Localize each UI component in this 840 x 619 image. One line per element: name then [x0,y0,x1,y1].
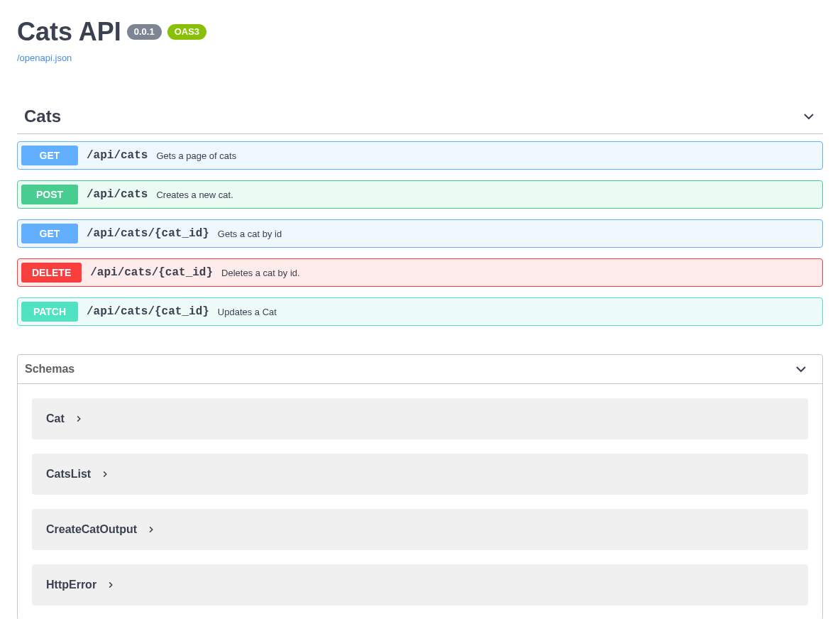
schemas-header[interactable]: Schemas [18,355,822,384]
schema-item[interactable]: HttpError [32,564,808,606]
operation-path: /api/cats [87,149,148,162]
operation-path: /api/cats/{cat_id} [87,305,209,318]
chevron-down-icon [794,362,808,376]
schemas-title: Schemas [25,363,74,376]
spec-link[interactable]: /openapi.json [17,53,72,63]
chevron-down-icon [802,109,816,124]
operation-row[interactable]: PATCH/api/cats/{cat_id}Updates a Cat [17,297,823,326]
api-title: Cats API [17,17,121,47]
http-method-badge: GET [21,224,78,243]
http-method-badge: DELETE [21,263,82,283]
schemas-section: Schemas CatCatsListCreateCatOutputHttpEr… [17,354,823,619]
operation-summary: Creates a new cat. [156,190,233,200]
schema-name: HttpError [46,579,96,591]
http-method-badge: PATCH [21,302,78,322]
operation-row[interactable]: GET/api/cats/{cat_id}Gets a cat by id [17,219,823,248]
operation-summary: Gets a cat by id [218,229,282,239]
operation-row[interactable]: DELETE/api/cats/{cat_id}Deletes a cat by… [17,258,823,287]
operation-path: /api/cats/{cat_id} [87,227,209,240]
schema-item[interactable]: CatsList [32,454,808,495]
tag-name: Cats [24,106,61,126]
version-badge: 0.0.1 [127,24,162,40]
chevron-right-icon [74,415,83,423]
schemas-list: CatCatsListCreateCatOutputHttpError [18,384,822,619]
operation-summary: Updates a Cat [218,307,277,317]
http-method-badge: GET [21,146,78,165]
operation-summary: Deletes a cat by id. [221,268,300,278]
schema-name: CatsList [46,468,91,481]
schema-item[interactable]: CreateCatOutput [32,509,808,550]
operation-row[interactable]: POST/api/catsCreates a new cat. [17,180,823,209]
operations-list: GET/api/catsGets a page of catsPOST/api/… [17,141,823,326]
schema-item[interactable]: Cat [32,398,808,439]
tag-section: Cats GET/api/catsGets a page of catsPOST… [17,99,823,326]
http-method-badge: POST [21,185,78,204]
api-header: Cats API 0.0.1 OAS3 /openapi.json [17,17,823,64]
chevron-right-icon [106,581,115,589]
tag-header[interactable]: Cats [17,99,823,134]
operation-row[interactable]: GET/api/catsGets a page of cats [17,141,823,170]
schema-name: CreateCatOutput [46,523,137,536]
operation-path: /api/cats [87,188,148,201]
oas-badge: OAS3 [167,24,206,40]
chevron-right-icon [101,470,109,478]
chevron-right-icon [147,525,155,534]
schema-name: Cat [46,412,65,425]
operation-summary: Gets a page of cats [156,150,236,161]
operation-path: /api/cats/{cat_id} [90,266,213,279]
